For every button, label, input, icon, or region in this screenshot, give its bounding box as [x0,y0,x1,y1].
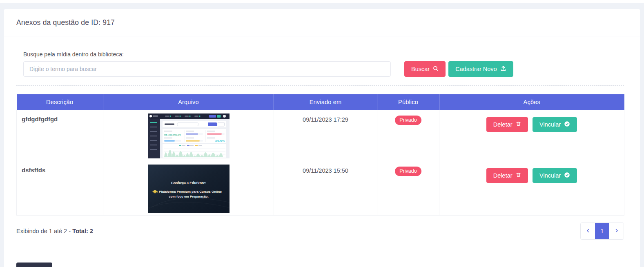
link-button[interactable]: Vincular [533,168,577,183]
delete-button[interactable]: Deletar [486,168,528,183]
top-strip [0,0,644,3]
attachment-description: gfdgdfgdfgd [17,110,103,161]
attachment-thumbnail-cell: Conheça a EduStore: Plataforma Premium p… [103,161,274,215]
attachment-visibility-cell: Privado [377,161,439,215]
card-body: Busque pela mídia dentro da biblioteca: … [4,51,640,267]
register-new-button[interactable]: Cadastrar Novo [448,61,513,77]
link-button-label: Vincular [539,121,561,128]
thumbnail-metric-value: R$ 100.000,00 [164,133,181,136]
attachment-visibility-cell: Privado [377,110,439,161]
slide-line-3: com foco em Preparação. [169,195,208,198]
table-row: dsfsffds [17,161,624,215]
column-header-publico: Público [377,94,439,110]
pagination-page-1[interactable]: 1 [595,223,609,239]
delete-button-label: Deletar [493,121,513,128]
attachment-actions-cell: Deletar Vincular [439,161,624,215]
bottom-partial-button[interactable] [16,263,52,267]
card-header: Anexos da questão de ID: 917 [4,9,640,36]
column-header-arquivo: Arquivo [103,94,274,110]
attachments-card: Anexos da questão de ID: 917 Busque pela… [4,9,640,267]
thumbnail-metric-percent: +90,79% [214,139,225,142]
trash-icon [516,172,521,179]
delete-button[interactable]: Deletar [486,117,528,132]
delete-button-label: Deletar [493,172,513,179]
attachment-uploaded-at: 09/11/2023 15:50 [274,161,377,215]
search-input[interactable] [23,61,391,77]
upload-icon [500,65,506,73]
slide-line-1: Conheça a EduStore: [171,181,206,185]
table-row: gfdgdfgdfgd [17,110,624,161]
check-circle-icon [564,121,570,128]
search-row: Buscar Cadastrar Novo [23,61,628,77]
link-button-label: Vincular [539,172,561,179]
trash-icon [516,121,521,128]
status-badge: Privado [395,167,421,176]
results-summary-prefix: Exibindo de 1 até 2 - [16,228,71,234]
chevron-right-icon [614,228,619,234]
chevron-left-icon [586,228,591,234]
link-button[interactable]: Vincular [533,117,577,132]
check-circle-icon [564,172,570,179]
table-footer: Exibindo de 1 até 2 -Total: 2 1 [16,222,624,240]
attachment-thumbnail-cell: R$ 100.000,00 +90,79% [103,110,274,161]
register-new-button-label: Cadastrar Novo [455,66,497,72]
results-summary-total: Total: 2 [72,228,93,234]
pagination: 1 [580,222,624,240]
table-header: Descrição Arquivo Enviado em Público Açõ… [17,94,624,110]
search-icon [433,66,439,73]
attachment-thumbnail-dashboard: R$ 100.000,00 +90,79% [103,113,274,158]
results-summary: Exibindo de 1 até 2 -Total: 2 [16,228,93,234]
attachment-thumbnail-slide: Conheça a EduStore: Plataforma Premium p… [103,165,274,213]
attachment-uploaded-at: 09/11/2023 17:29 [274,110,377,161]
search-button-label: Buscar [411,66,430,72]
divider [16,255,624,255]
attachments-table: Descrição Arquivo Enviado em Público Açõ… [16,94,624,216]
attachment-actions-cell: Deletar Vincular [439,110,624,161]
media-search-section: Busque pela mídia dentro da biblioteca: … [23,51,628,77]
search-button[interactable]: Buscar [404,61,446,77]
column-header-descricao: Descrição [17,94,103,110]
divider [16,85,624,86]
attachment-description: dsfsffds [17,161,103,215]
slide-line-2: Plataforma Premium para Cursos Online [159,190,222,194]
pagination-prev-button[interactable] [581,223,595,239]
search-label: Busque pela mídia dentro da biblioteca: [23,51,628,58]
column-header-acoes: Ações [439,94,624,110]
status-badge: Privado [395,116,421,125]
page-title: Anexos da questão de ID: 917 [16,18,115,27]
pagination-next-button[interactable] [609,223,624,239]
column-header-enviado-em: Enviado em [274,94,377,110]
